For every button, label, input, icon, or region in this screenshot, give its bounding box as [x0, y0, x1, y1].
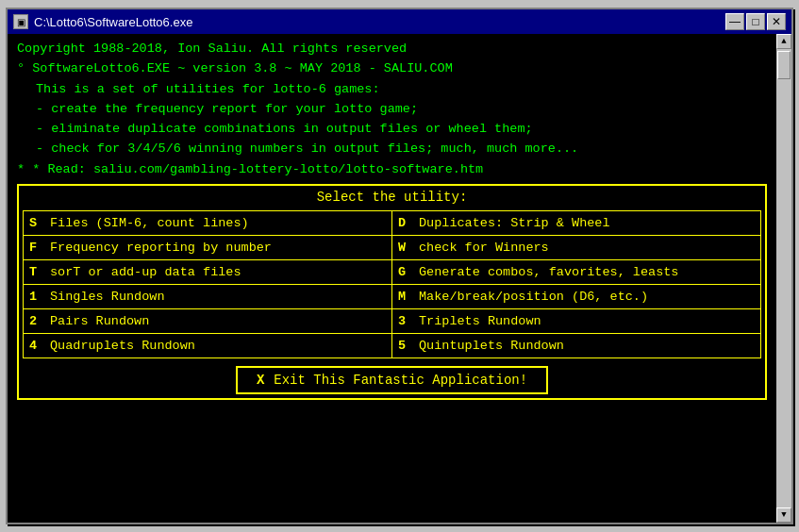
- menu-item-M[interactable]: M Make/break/position (D6, etc.): [392, 285, 761, 309]
- menu-label-D: Duplicates: Strip & Wheel: [419, 216, 610, 230]
- menu-label-M: Make/break/position (D6, etc.): [419, 290, 648, 304]
- menu-key-5: 5: [398, 339, 411, 353]
- title-bar-left: ▣ C:\Lotto6\SoftwareLotto6.exe: [13, 14, 192, 29]
- menu-label-3: Triplets Rundown: [419, 314, 541, 328]
- menu-key-3: 3: [398, 314, 411, 328]
- menu-item-1[interactable]: 1 Singles Rundown: [24, 285, 392, 309]
- info-line-3: This is a set of utilities for lotto-6 g…: [17, 80, 767, 99]
- menu-key-M: M: [398, 290, 411, 304]
- info-line-4: - create the frequency report for your l…: [17, 100, 767, 119]
- exit-label: Exit This Fantastic Application!: [274, 373, 527, 388]
- menu-key-G: G: [398, 265, 411, 279]
- info-line-7: * Read: saliu.com/gambling-lottery-lotto…: [17, 160, 767, 179]
- menu-item-G[interactable]: G Generate combos, favorites, leasts: [392, 260, 761, 285]
- menu-grid: S Files (SIM-6, count lines) D Duplicate…: [23, 210, 761, 358]
- menu-label-5: Quintuplets Rundown: [419, 339, 564, 353]
- menu-label-S: Files (SIM-6, count lines): [50, 216, 249, 230]
- menu-key-D: D: [398, 216, 411, 230]
- menu-label-G: Generate combos, favorites, leasts: [419, 265, 678, 279]
- menu-item-5[interactable]: 5 Quintuplets Rundown: [392, 334, 761, 358]
- menu-label-1: Singles Rundown: [50, 290, 165, 304]
- menu-key-W: W: [398, 241, 411, 255]
- menu-label-T: sorT or add-up data files: [50, 265, 241, 279]
- title-bar: ▣ C:\Lotto6\SoftwareLotto6.exe — □ ✕: [8, 9, 791, 34]
- exit-button[interactable]: X Exit This Fantastic Application!: [236, 366, 548, 394]
- menu-key-F: F: [29, 241, 42, 255]
- menu-item-3[interactable]: 3 Triplets Rundown: [392, 309, 761, 334]
- info-line-5: - eliminate duplicate combinations in ou…: [17, 120, 767, 139]
- menu-label-W: check for Winners: [419, 241, 549, 255]
- scroll-up-arrow[interactable]: ▲: [776, 34, 791, 49]
- info-line-6: - check for 3/4/5/6 winning numbers in o…: [17, 140, 767, 158]
- main-window: ▣ C:\Lotto6\SoftwareLotto6.exe — □ ✕ Cop…: [6, 8, 793, 524]
- info-line-1: Copyright 1988-2018, Ion Saliu. All righ…: [17, 40, 767, 58]
- menu-item-T[interactable]: T sorT or add-up data files: [24, 260, 392, 285]
- menu-key-T: T: [29, 265, 42, 279]
- menu-title: Select the utility:: [23, 190, 761, 205]
- menu-item-S[interactable]: S Files (SIM-6, count lines): [24, 211, 392, 236]
- menu-key-4: 4: [29, 339, 42, 353]
- window-title: C:\Lotto6\SoftwareLotto6.exe: [34, 15, 192, 29]
- menu-item-D[interactable]: D Duplicates: Strip & Wheel: [392, 211, 761, 236]
- content-area: Copyright 1988-2018, Ion Saliu. All righ…: [8, 34, 776, 523]
- menu-label-F: Frequency reporting by number: [50, 241, 272, 255]
- info-line-2: SoftwareLotto6.EXE ~ version 3.8 ~ MAY 2…: [17, 59, 767, 78]
- minimize-button[interactable]: —: [725, 13, 744, 30]
- app-icon: ▣: [13, 14, 28, 29]
- scroll-thumb[interactable]: [777, 51, 791, 79]
- menu-item-4[interactable]: 4 Quadruplets Rundown: [24, 334, 392, 358]
- scrollbar: ▲ ▼: [776, 34, 791, 523]
- menu-key-2: 2: [29, 314, 42, 328]
- menu-container: Select the utility: S Files (SIM-6, coun…: [17, 184, 767, 400]
- main-body: Copyright 1988-2018, Ion Saliu. All righ…: [8, 34, 791, 523]
- maximize-button[interactable]: □: [746, 13, 765, 30]
- menu-label-2: Pairs Rundown: [50, 314, 149, 328]
- window-controls: — □ ✕: [725, 13, 786, 30]
- menu-key-S: S: [29, 216, 42, 230]
- close-button[interactable]: ✕: [767, 13, 786, 30]
- menu-label-4: Quadruplets Rundown: [50, 339, 195, 353]
- menu-key-1: 1: [29, 290, 42, 304]
- exit-row: X Exit This Fantastic Application!: [23, 366, 761, 394]
- menu-item-W[interactable]: W check for Winners: [392, 236, 761, 260]
- scroll-down-arrow[interactable]: ▼: [776, 507, 791, 523]
- menu-item-F[interactable]: F Frequency reporting by number: [24, 236, 392, 260]
- exit-key: X: [257, 373, 264, 388]
- menu-item-2[interactable]: 2 Pairs Rundown: [24, 309, 392, 334]
